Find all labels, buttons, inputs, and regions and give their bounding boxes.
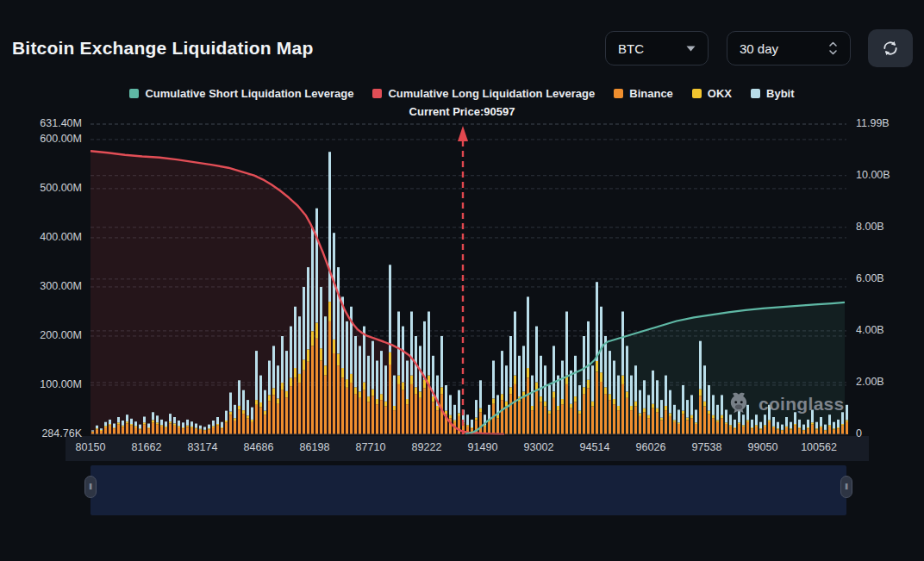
- bybit-bar: [337, 267, 340, 353]
- bybit-bar: [126, 415, 128, 421]
- bybit-bar: [367, 356, 370, 396]
- okx-bar: [225, 421, 228, 422]
- datazoom-slider[interactable]: [91, 465, 846, 515]
- binance-bar: [122, 427, 124, 434]
- okx-bar: [389, 352, 391, 365]
- okx-bar: [440, 387, 443, 394]
- bybit-bar: [208, 425, 210, 429]
- okx-bar: [320, 348, 322, 360]
- bybit-bar: [216, 417, 219, 424]
- okx-bar: [419, 391, 421, 397]
- binance-bar: [423, 388, 426, 434]
- okx-bar: [712, 415, 715, 418]
- coinglass-watermark-text: coinglass: [759, 394, 845, 415]
- datazoom-left-handle[interactable]: ‖: [84, 476, 97, 498]
- bybit-bar: [587, 321, 590, 380]
- okx-bar: [531, 406, 534, 410]
- bybit-bar: [798, 420, 801, 427]
- okx-bar: [264, 411, 266, 415]
- binance-bar: [229, 415, 232, 434]
- bybit-bar: [199, 426, 202, 429]
- okx-bar: [113, 427, 116, 428]
- right-axis-tick: 10.00B: [856, 169, 890, 181]
- bybit-bar: [104, 422, 107, 427]
- okx-bar: [738, 422, 740, 424]
- binance-bar: [109, 426, 111, 434]
- okx-bar: [216, 424, 219, 426]
- okx-bar: [496, 415, 499, 418]
- okx-bar: [143, 422, 146, 424]
- left-axis-tick: 500.00M: [6, 182, 82, 194]
- okx-bar: [578, 411, 581, 415]
- binance-bar: [617, 410, 620, 434]
- bybit-bar: [639, 390, 641, 414]
- bybit-bar: [251, 408, 253, 420]
- binance-bar: [690, 418, 693, 434]
- okx-bar: [410, 376, 413, 384]
- okx-bar: [656, 408, 659, 413]
- binance-bar: [746, 422, 749, 434]
- okx-bar: [729, 425, 732, 427]
- binance-bar: [596, 372, 598, 434]
- x-axis-tick: 93002: [509, 441, 569, 453]
- okx-bar: [165, 427, 167, 428]
- bybit-bar: [173, 417, 176, 423]
- okx-bar: [669, 414, 671, 416]
- bybit-bar: [190, 421, 193, 427]
- binance-bar: [432, 402, 434, 434]
- binance-bar: [251, 422, 253, 434]
- okx-bar: [178, 426, 180, 427]
- okx-bar: [290, 377, 292, 386]
- bybit-bar: [225, 411, 228, 421]
- binance-bar: [712, 418, 715, 434]
- okx-bar: [346, 379, 348, 388]
- binance-bar: [350, 383, 353, 434]
- okx-bar: [130, 424, 133, 426]
- okx-bar: [303, 359, 305, 371]
- binance-bar: [604, 394, 607, 434]
- bybit-bar: [609, 351, 611, 394]
- binance-bar: [419, 398, 421, 434]
- okx-bar: [100, 430, 103, 431]
- okx-bar: [380, 394, 383, 400]
- okx-bar: [221, 427, 223, 428]
- coinglass-watermark: coinglass: [726, 391, 845, 417]
- okx-bar: [294, 368, 297, 377]
- bybit-bar: [686, 400, 689, 418]
- okx-bar: [402, 383, 404, 390]
- bybit-bar: [160, 420, 163, 425]
- bybit-bar: [721, 395, 723, 415]
- bybit-bar: [221, 422, 223, 427]
- binance-bar: [828, 427, 831, 434]
- bybit-bar: [531, 376, 534, 406]
- bybit-bar: [630, 376, 633, 406]
- bybit-bar: [479, 380, 482, 408]
- binance-bar: [591, 407, 594, 435]
- datazoom-right-handle[interactable]: ‖: [840, 476, 852, 498]
- bybit-bar: [247, 400, 249, 415]
- binance-bar: [565, 384, 568, 434]
- bybit-bar: [466, 415, 469, 425]
- binance-bar: [820, 427, 822, 434]
- binance-bar: [96, 429, 98, 434]
- binance-bar: [341, 377, 344, 434]
- binance-bar: [285, 397, 288, 434]
- binance-bar: [755, 427, 758, 434]
- binance-bar: [147, 428, 150, 434]
- binance-bar: [557, 410, 559, 434]
- binance-bar: [725, 424, 727, 434]
- okx-bar: [156, 422, 159, 424]
- binance-bar: [156, 425, 159, 434]
- okx-bar: [195, 428, 197, 429]
- bybit-bar: [734, 420, 736, 427]
- bybit-bar: [109, 420, 111, 424]
- bybit-bar: [346, 321, 348, 379]
- okx-bar: [703, 402, 706, 407]
- binance-bar: [479, 412, 482, 434]
- okx-bar: [721, 415, 723, 418]
- right-axis-tick: 11.99B: [856, 117, 890, 129]
- binance-bar: [281, 390, 284, 434]
- okx-bar: [397, 376, 400, 384]
- binance-bar: [514, 384, 516, 434]
- bybit-bar: [626, 346, 628, 391]
